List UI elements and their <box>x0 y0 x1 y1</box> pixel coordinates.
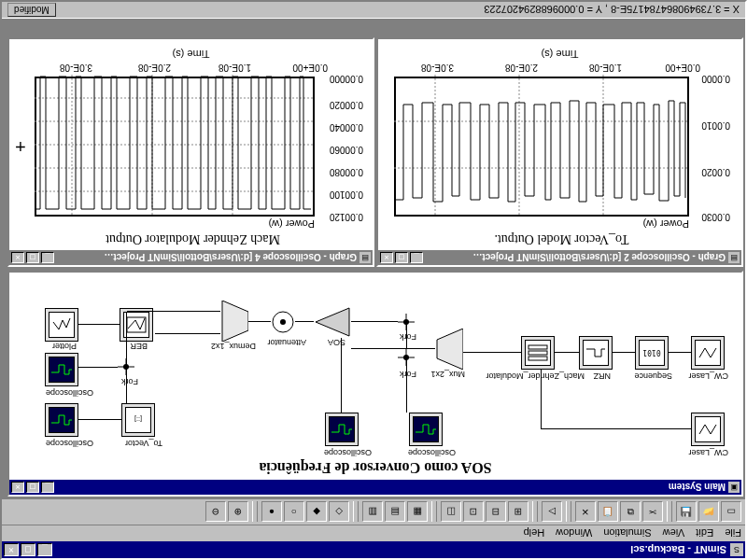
tool-1[interactable]: ⊞ <box>508 502 529 523</box>
open-button[interactable]: 📂 <box>698 502 719 523</box>
tool-4[interactable]: ◫ <box>441 502 461 523</box>
label-plotter: Plotter <box>52 342 77 351</box>
svg-rect-2 <box>529 345 547 349</box>
graph-icon: ▤ <box>728 252 740 263</box>
statusbar: X = 3.739490864784175E-8 , Y = 0.0009688… <box>2 2 745 19</box>
menu-file[interactable]: File <box>725 528 741 539</box>
tool-3[interactable]: ⊡ <box>463 502 484 523</box>
menu-view[interactable]: View <box>663 528 685 539</box>
child-maximize-button[interactable]: □ <box>26 482 39 493</box>
ytick: 0.00000 <box>330 74 363 84</box>
graph-left-xtitle: Time (s) <box>542 49 579 60</box>
label-nrz: NRZ <box>594 371 612 381</box>
tool-7[interactable]: ▥ <box>362 502 383 523</box>
label-ber: BER <box>130 342 148 351</box>
child-close-button[interactable]: × <box>11 482 24 493</box>
child-maximize-button[interactable]: □ <box>395 252 408 263</box>
graph-left-title: To_Vector Model Output. <box>386 231 738 246</box>
xtick: 1.0E-08 <box>218 63 251 73</box>
svg-point-12 <box>280 319 286 325</box>
label-cw-laser-1: CW_Laser <box>688 448 728 457</box>
ytick: 0.0000 <box>701 74 730 84</box>
graph-right-xtitle: Time (s) <box>173 49 210 60</box>
menu-simulation[interactable]: Simulation <box>603 528 651 539</box>
block-to-vector[interactable]: [::] <box>121 403 155 437</box>
paste-button[interactable]: 📋 <box>598 502 618 523</box>
graph-right-plot[interactable] <box>35 77 315 217</box>
block-cw-laser-2[interactable] <box>691 336 725 370</box>
child-maximize-button[interactable]: □ <box>26 252 39 263</box>
ytick: 0.0030 <box>701 212 730 222</box>
tool-11[interactable]: ● <box>261 502 282 523</box>
run-button[interactable]: ▷ <box>542 502 562 523</box>
cut-button[interactable]: ✂ <box>642 502 663 523</box>
toolbar: ▭ 📂 💾 ✂ ⧉ 📋 ✕ ▷ ⊞ ⊟ ⊡ ◫ ▦ ▤ ▥ ◇ ◆ ○ ● ⊕ … <box>2 498 745 525</box>
label-osc2: Oscilloscope <box>324 448 372 457</box>
block-oscilloscope-3[interactable] <box>45 403 78 437</box>
block-demux[interactable] <box>220 299 248 342</box>
block-oscilloscope-4[interactable] <box>45 353 78 386</box>
menu-window[interactable]: Window <box>556 528 592 539</box>
block-oscilloscope-2[interactable] <box>325 413 359 446</box>
svg-rect-14 <box>127 317 146 332</box>
label-mux: Mux_2x1 <box>430 370 465 379</box>
save-button[interactable]: 💾 <box>676 502 697 523</box>
menu-help[interactable]: Help <box>524 528 545 539</box>
block-nrz[interactable] <box>579 336 613 370</box>
child-minimize-button[interactable]: _ <box>410 252 423 263</box>
label-osc3: Oscilloscope <box>46 439 93 448</box>
new-button[interactable]: ▭ <box>721 502 741 523</box>
maximize-button[interactable]: □ <box>21 543 35 556</box>
tool-2[interactable]: ⊟ <box>486 502 506 523</box>
label-mzm: Mach_Zehnder_Modulator <box>486 371 585 381</box>
svg-marker-13 <box>222 301 248 342</box>
block-mux[interactable] <box>435 329 463 370</box>
tool-6[interactable]: ▤ <box>385 502 405 523</box>
block-ber[interactable] <box>120 308 153 342</box>
block-sequence[interactable]: 0101 <box>635 336 669 370</box>
tool-8[interactable]: ◇ <box>329 502 349 523</box>
cursor-cross-icon: + <box>15 135 26 157</box>
child-close-button[interactable]: × <box>11 252 24 263</box>
block-attenuator[interactable] <box>271 310 295 334</box>
svg-rect-1 <box>529 351 547 355</box>
xtick: 3.0E-08 <box>421 63 454 73</box>
label-fork1: Fork <box>400 370 416 379</box>
diagram-canvas[interactable]: SOA como Conversor de Freqüência CW_Lase… <box>9 273 741 480</box>
label-attenuator: Attenuator <box>267 338 306 347</box>
graph-left-plot[interactable] <box>394 77 689 217</box>
tool-5[interactable]: ▦ <box>407 502 428 523</box>
graph-window-right: ▤ Graph - Oscilloscope 4 [d:\Users\Botto… <box>7 37 374 267</box>
tool-13[interactable]: ⊖ <box>205 502 226 523</box>
block-plotter[interactable] <box>45 308 78 342</box>
ytick: 0.00080 <box>330 167 363 177</box>
status-coords: X = 3.739490864784175E-8 , Y = 0.0009688… <box>484 5 740 16</box>
label-sequence: Sequence <box>634 371 672 381</box>
menu-edit[interactable]: Edit <box>696 528 713 539</box>
minimize-button[interactable]: _ <box>37 543 52 556</box>
child-minimize-button[interactable]: _ <box>41 252 54 263</box>
xtick: 0.0E+00 <box>292 63 328 73</box>
block-oscilloscope-1[interactable] <box>409 413 443 446</box>
main-system-titlebar[interactable]: ▣ Main System _ □ × <box>9 480 741 495</box>
tool-9[interactable]: ◆ <box>306 502 327 523</box>
mdi-area: ▣ Main System _ □ × SOA como Conversor d… <box>2 19 745 498</box>
tool-10[interactable]: ○ <box>284 502 304 523</box>
block-soa[interactable] <box>314 304 351 338</box>
ytick: 0.00060 <box>330 145 363 155</box>
child-minimize-button[interactable]: _ <box>41 482 54 493</box>
child-close-button[interactable]: × <box>380 252 393 263</box>
block-mzm[interactable] <box>521 336 555 370</box>
tool-12[interactable]: ⊕ <box>228 502 248 523</box>
delete-button[interactable]: ✕ <box>575 502 596 523</box>
graph-left-window-title: Graph - Oscilloscope 2 [d:\Users\Bottoli… <box>423 253 726 263</box>
close-button[interactable]: × <box>4 543 19 556</box>
ytick: 0.00120 <box>330 212 363 222</box>
copy-button[interactable]: ⧉ <box>620 502 641 523</box>
xtick: 1.0E-08 <box>589 63 622 73</box>
graph-left-titlebar[interactable]: ▤ Graph - Oscilloscope 2 [d:\Users\Botto… <box>378 250 741 265</box>
block-cw-laser-1[interactable] <box>691 413 725 446</box>
graph-right-titlebar[interactable]: ▤ Graph - Oscilloscope 4 [d:\Users\Botto… <box>9 250 373 265</box>
app-title: SimNT - Backup.scl <box>52 544 726 555</box>
app-titlebar: S SimNT - Backup.scl _ □ × <box>2 541 745 558</box>
